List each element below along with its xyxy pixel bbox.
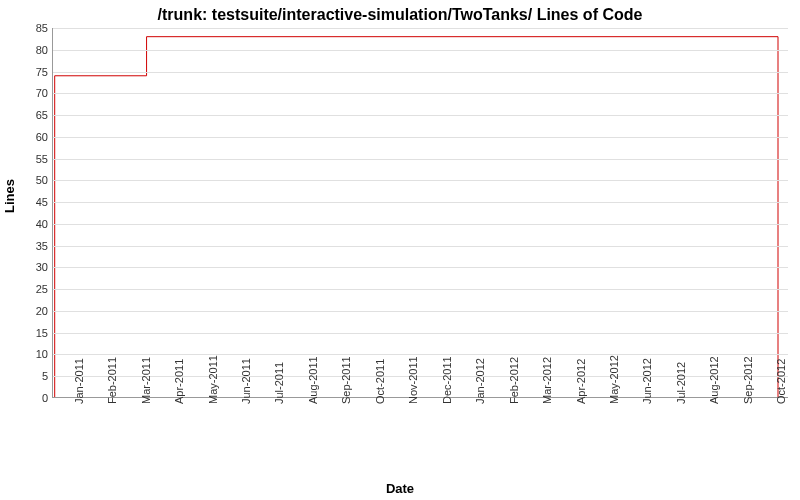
y-tick-label: 40	[8, 218, 48, 230]
y-tick-label: 20	[8, 305, 48, 317]
x-tick-label: Aug-2012	[708, 356, 720, 404]
x-tick-label: Mar-2012	[541, 357, 553, 404]
y-tick-label: 30	[8, 261, 48, 273]
gridline-h	[53, 115, 788, 116]
y-tick-label: 15	[8, 327, 48, 339]
x-tick-label: Sep-2011	[340, 356, 352, 404]
x-tick-label: Jun-2011	[240, 358, 252, 404]
gridline-h	[53, 311, 788, 312]
x-tick-label: Oct-2012	[775, 359, 787, 404]
y-tick-label: 55	[8, 153, 48, 165]
gridline-h	[53, 50, 788, 51]
x-tick-label: Apr-2011	[173, 359, 185, 404]
x-tick-label: Apr-2012	[575, 359, 587, 404]
chart-title: /trunk: testsuite/interactive-simulation…	[0, 0, 800, 24]
y-tick-label: 10	[8, 348, 48, 360]
x-tick-label: Jan-2011	[73, 358, 85, 404]
gridline-h	[53, 93, 788, 94]
x-axis-label: Date	[0, 481, 800, 496]
gridline-h	[53, 202, 788, 203]
chart-container: Lines Date 05101520253035404550556065707…	[0, 28, 800, 500]
x-tick-label: Feb-2011	[106, 357, 118, 404]
y-tick-label: 65	[8, 109, 48, 121]
gridline-h	[53, 137, 788, 138]
x-tick-label: Jul-2011	[273, 362, 285, 404]
x-tick-label: Jul-2012	[675, 362, 687, 404]
data-series-line	[53, 28, 788, 397]
gridline-h	[53, 333, 788, 334]
gridline-h	[53, 159, 788, 160]
y-tick-label: 70	[8, 87, 48, 99]
y-tick-label: 85	[8, 22, 48, 34]
gridline-h	[53, 72, 788, 73]
y-tick-label: 35	[8, 240, 48, 252]
x-tick-label: Mar-2011	[140, 357, 152, 404]
y-tick-label: 80	[8, 44, 48, 56]
x-tick-label: Aug-2011	[307, 356, 319, 404]
y-tick-label: 60	[8, 131, 48, 143]
x-tick-label: Jun-2012	[641, 358, 653, 404]
x-tick-label: Sep-2012	[742, 356, 754, 404]
x-tick-label: Nov-2011	[407, 356, 419, 404]
y-tick-label: 45	[8, 196, 48, 208]
gridline-h	[53, 246, 788, 247]
gridline-h	[53, 267, 788, 268]
gridline-h	[53, 289, 788, 290]
gridline-h	[53, 354, 788, 355]
x-tick-label: May-2011	[207, 355, 219, 404]
x-tick-label: Dec-2011	[441, 356, 453, 404]
gridline-h	[53, 28, 788, 29]
x-tick-label: Feb-2012	[508, 357, 520, 404]
y-tick-label: 5	[8, 370, 48, 382]
gridline-h	[53, 180, 788, 181]
y-tick-label: 50	[8, 174, 48, 186]
plot-area	[52, 28, 788, 398]
y-tick-label: 25	[8, 283, 48, 295]
x-tick-label: Oct-2011	[374, 359, 386, 404]
y-tick-label: 75	[8, 66, 48, 78]
y-tick-label: 0	[8, 392, 48, 404]
x-tick-label: Jan-2012	[474, 358, 486, 404]
x-tick-label: May-2012	[608, 355, 620, 404]
gridline-h	[53, 224, 788, 225]
